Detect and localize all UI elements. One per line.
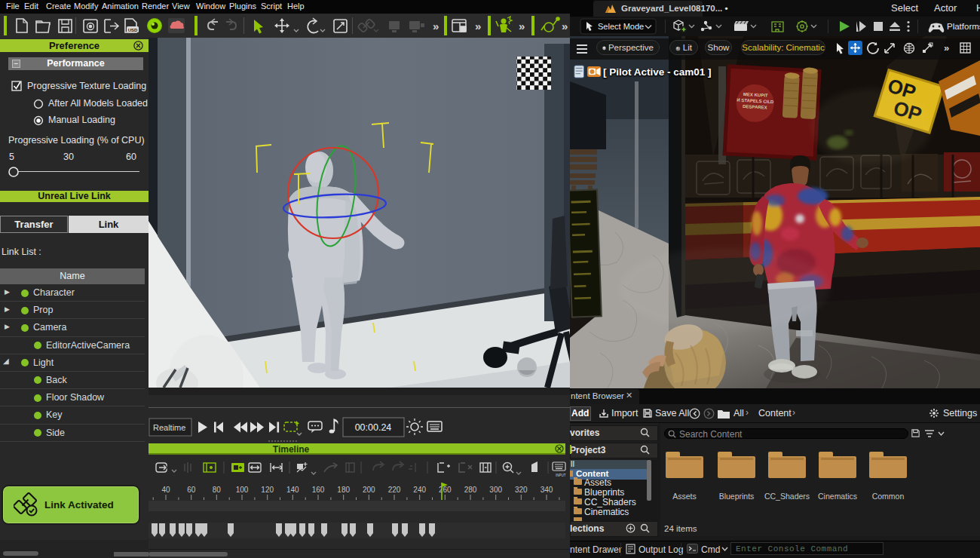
svg-text:INPUT: INPUT (556, 474, 566, 477)
svg-text:Timeline: Timeline (273, 444, 310, 455)
svg-text:200: 200 (363, 486, 375, 494)
svg-text:220: 220 (388, 486, 401, 494)
svg-text:00:00.24: 00:00.24 (355, 422, 392, 433)
svg-text:120: 120 (261, 486, 274, 494)
svg-text:160: 160 (312, 486, 325, 494)
svg-text:Realtime: Realtime (153, 423, 185, 432)
svg-text:Platforms: Platforms (947, 22, 980, 31)
svg-text:»: » (433, 20, 439, 32)
svg-text:40: 40 (161, 486, 170, 494)
svg-text:»: » (519, 20, 525, 32)
svg-text:180: 180 (337, 486, 350, 494)
svg-text:320: 320 (515, 486, 528, 494)
svg-text:»: » (562, 20, 568, 32)
svg-text:100: 100 (236, 486, 249, 494)
svg-text:USD: USD (128, 28, 138, 32)
svg-text:»: » (475, 20, 481, 32)
svg-text:340: 340 (541, 486, 553, 494)
svg-text:Select Mode: Select Mode (598, 22, 644, 31)
svg-text:140: 140 (286, 486, 299, 494)
svg-text:260: 260 (439, 486, 452, 494)
svg-text:240: 240 (413, 486, 426, 494)
svg-text:60: 60 (187, 486, 196, 494)
svg-text:280: 280 (464, 486, 477, 494)
svg-text:80: 80 (213, 486, 222, 494)
svg-text:300: 300 (489, 486, 502, 494)
